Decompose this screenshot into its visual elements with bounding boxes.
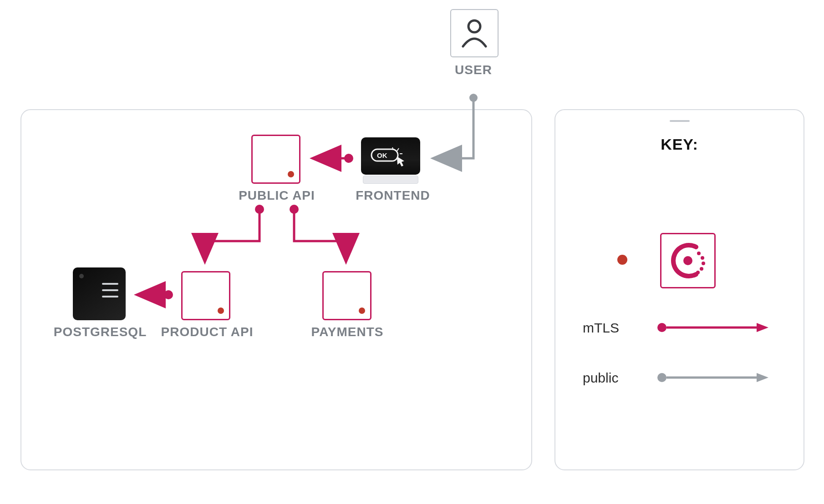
edge-productapi-postgres xyxy=(138,290,173,299)
legend-dot-icon xyxy=(617,255,627,265)
diagram-canvas: USER PUBLIC API OK FRONTEND PRODUCT API xyxy=(0,0,824,504)
legend-sidecar-row xyxy=(555,228,804,292)
legend-public-row: public xyxy=(555,365,804,392)
edge-user-frontend xyxy=(435,94,478,158)
legend-mtls-row: mTLS xyxy=(555,315,804,342)
legend-public-arrow-icon xyxy=(656,368,774,387)
drag-handle-icon[interactable] xyxy=(670,120,690,122)
edge-publicapi-payments xyxy=(290,205,346,260)
svg-point-13 xyxy=(697,252,701,255)
svg-point-14 xyxy=(701,256,704,260)
legend-mtls-label: mTLS xyxy=(583,320,619,336)
legend-mtls-arrow-icon xyxy=(656,318,774,337)
legend-public-label: public xyxy=(583,370,618,386)
consul-icon xyxy=(660,233,716,288)
svg-point-20 xyxy=(657,373,666,382)
key-title: KEY: xyxy=(555,136,804,153)
edge-publicapi-productapi xyxy=(205,205,264,260)
svg-point-12 xyxy=(683,256,692,265)
key-panel: KEY: mTLS xyxy=(554,109,804,470)
svg-point-16 xyxy=(700,267,703,271)
svg-point-15 xyxy=(702,262,705,265)
edge-frontend-publicapi xyxy=(314,154,353,163)
svg-point-18 xyxy=(657,323,666,332)
svg-point-17 xyxy=(696,271,700,274)
